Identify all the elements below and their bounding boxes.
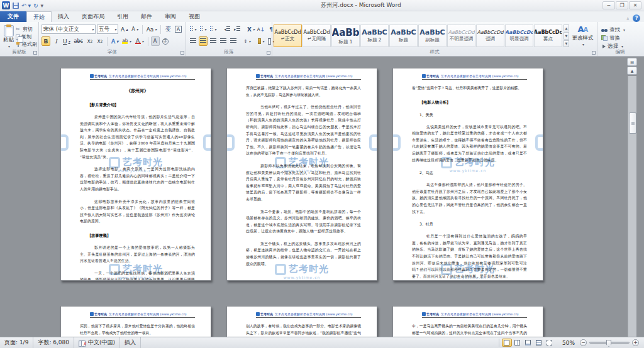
distribute-button[interactable] [229, 36, 238, 46]
word-count[interactable]: 字数: 6,080 [33, 337, 74, 348]
sub-heading[interactable]: 1、美美 [412, 112, 527, 118]
qat-customize-button[interactable]: ▾ [40, 2, 43, 9]
style-item-4[interactable]: AaBbC标题 2 [360, 24, 389, 47]
document-page-4[interactable]: 艺考时光www.yktime.cn艺考时光www.yktime.cn艺考时光艺术… [60, 306, 211, 337]
scrollbar-thumb[interactable] [629, 112, 636, 134]
ribbon-tab-1[interactable]: 开始 [26, 11, 52, 22]
paragraph[interactable]: 第二个要素，场景。电影中的场景不是胡乱拼凑的，每一个场景都有存在的意义。苏州河边… [246, 209, 361, 235]
document-page-1[interactable]: 艺考时光www.yktime.cn艺考时光www.yktime.cn艺考时光艺术… [60, 68, 211, 281]
find-button[interactable]: 查找▾ [599, 26, 641, 34]
draft-view-icon[interactable] [545, 339, 555, 347]
strikethrough-button[interactable]: abc [73, 36, 84, 46]
fullscreen-reading-view-icon[interactable] [513, 339, 523, 347]
bullets-button[interactable]: ▾ [189, 24, 197, 34]
sub-heading[interactable]: 3、牡丹 [412, 222, 527, 227]
asian-layout-button[interactable]: X▾ [247, 24, 255, 34]
style-item-2[interactable]: AaBbCcDd↵无间隔 [303, 24, 331, 47]
document-area[interactable]: 艺考时光www.yktime.cn艺考时光www.yktime.cn艺考时光艺术… [0, 57, 644, 337]
change-styles-button[interactable]: AA 更改样式 ▾ [570, 23, 596, 48]
document-page-2[interactable]: 艺考时光www.yktime.cn艺考时光www.yktime.cn艺考时光艺术… [226, 68, 377, 281]
clipboard-dialog-launcher[interactable] [33, 51, 37, 55]
ruler-toggle-icon[interactable]: ▤ [627, 58, 637, 66]
font-name-select[interactable]: 宋体 (中文正文▾ [42, 24, 96, 34]
ribbon-tab-4[interactable]: 引用 [111, 11, 135, 22]
align-right-button[interactable] [209, 36, 218, 46]
style-item-10[interactable]: AaBbCcDc要点 [534, 24, 562, 47]
align-left-button[interactable] [189, 36, 197, 46]
shading-button[interactable]: ▾ [257, 36, 265, 46]
underline-button[interactable]: U▾ [62, 36, 72, 46]
style-item-1[interactable]: AaBbCcDd↵正文 [274, 24, 302, 47]
style-item-3[interactable]: AaBb标题 1 [331, 24, 360, 47]
paragraph[interactable]: 中，一是马达离开镜头的一角留给美美现在打的足有几分钟，用个镜头都是一气呵成拍摄的… [412, 323, 527, 337]
scroll-up-icon[interactable]: ▲ [627, 67, 637, 75]
increase-indent-button[interactable]: ▸ [233, 24, 242, 34]
superscript-button[interactable]: x2 [96, 36, 104, 46]
print-layout-view-icon[interactable] [502, 339, 512, 347]
format-painter-button[interactable]: 格式刷 [16, 41, 37, 48]
style-item-8[interactable]: AaBbCcDd强调 [476, 24, 504, 47]
document-page-6[interactable]: 艺考时光www.yktime.cn艺考时光www.yktime.cn艺考时光艺术… [392, 306, 543, 337]
doc-title[interactable]: 《苏州河》 [80, 88, 195, 94]
shrink-font-button[interactable]: A▾ [130, 24, 140, 34]
italic-button[interactable]: I [52, 36, 60, 46]
document-page-3[interactable]: 艺考时光www.yktime.cn艺考时光www.yktime.cn艺考时光艺术… [392, 68, 543, 281]
multilevel-list-button[interactable]: ▾ [209, 24, 218, 34]
paste-button[interactable]: 粘贴 ▾ [1, 23, 16, 48]
ribbon-tab-2[interactable]: 插入 [52, 11, 75, 22]
cut-button[interactable]: ✂剪切 [16, 26, 37, 33]
web-layout-view-icon[interactable] [523, 339, 533, 347]
paragraph[interactable]: 先说美美这样的女子，应该是城市里常见可以遇到的吧。不相信爱情的女子，她们是曾经受… [412, 124, 527, 164]
paragraph[interactable]: 这部电影故事外壳干净多元化，故事内质里的想象空间很小，但是这部电影和《头发乱了》… [80, 198, 195, 225]
paragraph[interactable]: 娄烨是中国的第六代年轻导演，他的影片生活气息浓厚，自觉强调民族和个人体验，弥补历… [80, 114, 195, 160]
proofing-status[interactable]: ✗ 中文(中国) [74, 337, 120, 348]
line-spacing-button[interactable]: ↕▾ [243, 36, 252, 46]
close-button[interactable]: ✕ [629, 1, 641, 9]
enclose-characters-button[interactable]: 字 [161, 36, 170, 46]
section-heading[interactable]: 【故事梗概】 [80, 233, 195, 239]
sub-heading[interactable]: 2、马达 [412, 170, 527, 176]
ribbon-tab-6[interactable]: 审阅 [158, 11, 182, 22]
style-item-6[interactable]: AaBbC副标题 [418, 24, 447, 47]
replace-button[interactable]: 替换 [599, 34, 641, 42]
section-heading[interactable]: 【电影人物分析】 [412, 100, 527, 106]
section-heading[interactable]: 【影片背景介绍】 [80, 102, 195, 108]
numbering-button[interactable]: ▾ [199, 24, 208, 34]
text-effects-button[interactable]: A▾ [110, 36, 119, 46]
paragraph[interactable]: 买药，他留下了很多家具，原来他对爱情也是十分执著的，他始终相信牡丹不会死，早晚成… [80, 323, 195, 336]
styles-scroll-down-icon[interactable]: ▼ [564, 32, 569, 39]
sort-button[interactable]: A↓ [257, 24, 265, 34]
paragraph[interactable]: 第三个镜头，桥上的远景镜头。故事里多次出现苏州河上的桥，桥是连接两岸的纽带，也是… [246, 241, 361, 267]
paste-dropdown-icon[interactable]: ▾ [8, 44, 10, 48]
change-case-button[interactable]: Aa▾ [145, 24, 158, 34]
insert-mode[interactable]: 插入 [120, 337, 141, 348]
minimize-button[interactable]: ─ [602, 1, 615, 9]
help-icon[interactable]: ? [633, 14, 640, 22]
file-tab[interactable]: 文件 [0, 11, 26, 22]
style-item-7[interactable]: AaBbCcDd不明显强调 [447, 24, 475, 47]
char-shading-button[interactable]: A [151, 36, 160, 46]
grow-font-button[interactable]: A▴ [119, 24, 129, 34]
paragraph-dialog-launcher[interactable] [267, 51, 270, 55]
redo-button[interactable]: ↻ [33, 2, 38, 9]
zoom-slider[interactable] [589, 342, 630, 344]
undo-button[interactable]: ↶ ▾ [21, 2, 31, 9]
styles-dialog-launcher[interactable] [592, 51, 596, 55]
ribbon-tab-5[interactable]: 邮件 [135, 11, 158, 22]
zoom-in-icon[interactable]: + [632, 339, 639, 346]
phonetic-guide-button[interactable]: 变 [164, 24, 172, 34]
bold-button[interactable]: B [42, 36, 50, 46]
decrease-indent-button[interactable]: ◂ [223, 24, 231, 34]
zoom-out-icon[interactable]: − [580, 339, 587, 346]
ribbon-tab-7[interactable]: 视图 [182, 11, 206, 22]
paragraph[interactable]: 牡丹是一个没有得到过什么爱情滋润的女孩子，妈妈的早逝，爸爸的冷漠，她早就习以为常… [412, 233, 527, 280]
font-dialog-launcher[interactable] [180, 51, 184, 55]
paragraph[interactable]: 一天，一个酒吧的老板找到他，要他拍摄酒吧里美人鱼表演的形象。摄影师因此认识了扮演… [80, 270, 195, 281]
maximize-button[interactable]: ❐ [616, 1, 628, 9]
justify-button[interactable] [219, 36, 228, 46]
word-logo-icon[interactable]: W [2, 1, 10, 9]
paragraph[interactable]: 马达不像那种混黑帮的人渣，他只是那种年轻迷茫的男子。他应该是在牡丹跳了苏州河之后… [412, 182, 527, 215]
copy-button[interactable]: 复制 [16, 33, 37, 40]
paragraph[interactable]: 浑身已被踢，绝望之下跳入苏州河，最后一句话是，她将化为一条美人鱼，从此不见踪影，… [246, 85, 361, 98]
scrollbar-track[interactable] [628, 76, 636, 337]
